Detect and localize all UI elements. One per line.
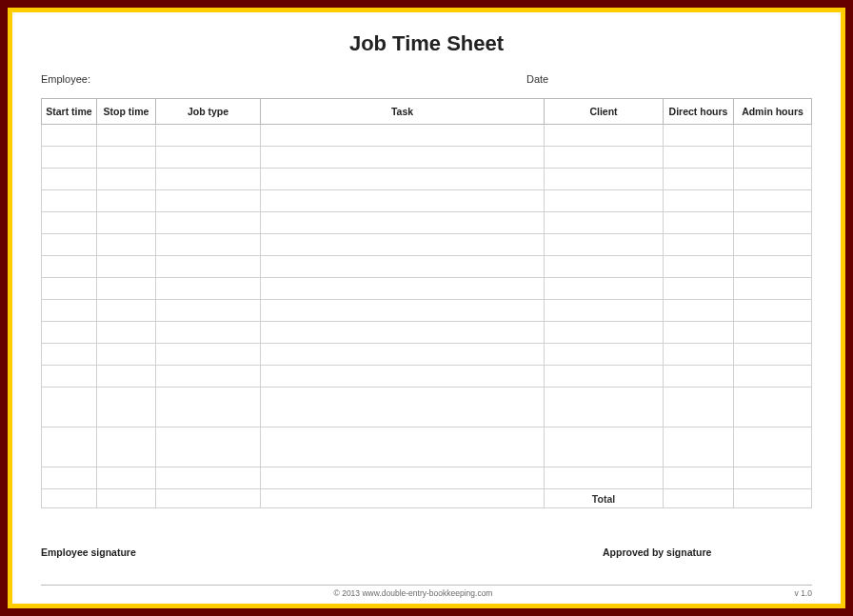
header-stop-time: Stop time: [97, 99, 156, 125]
timesheet-table: Start time Stop time Job type Task Clien…: [41, 98, 812, 508]
table-row: [42, 300, 812, 322]
table-row: [42, 147, 812, 169]
approved-signature-label: Approved by signature: [603, 546, 812, 558]
header-admin-hours: Admin hours: [734, 99, 812, 125]
header-direct-hours: Direct hours: [664, 99, 734, 125]
timesheet-page: Job Time Sheet Employee: Date Start time…: [12, 12, 841, 604]
total-admin-hours: [734, 489, 812, 508]
employee-label: Employee:: [41, 73, 526, 85]
table-row: [42, 278, 812, 300]
total-direct-hours: [664, 489, 734, 508]
header-start-time: Start time: [42, 99, 97, 125]
header-task: Task: [261, 99, 545, 125]
table-row: [42, 427, 812, 467]
table-row: [42, 467, 812, 489]
total-label: Total: [545, 489, 664, 508]
page-footer: © 2013 www.double-entry-bookkeeping.com …: [41, 585, 812, 598]
date-label: Date: [526, 73, 812, 85]
meta-row: Employee: Date: [41, 73, 812, 85]
footer-copyright: © 2013 www.double-entry-bookkeeping.com: [41, 588, 785, 598]
header-job-type: Job type: [156, 99, 261, 125]
table-row: [42, 322, 812, 344]
header-client: Client: [545, 99, 664, 125]
footer-version: v 1.0: [785, 588, 812, 598]
signature-row: Employee signature Approved by signature: [41, 546, 812, 558]
document-frame: Job Time Sheet Employee: Date Start time…: [8, 8, 845, 608]
table-row: [42, 344, 812, 366]
table-row: [42, 256, 812, 278]
table-row: [42, 387, 812, 427]
total-row: Total: [42, 489, 812, 508]
employee-signature-label: Employee signature: [41, 546, 603, 558]
page-title: Job Time Sheet: [41, 31, 812, 56]
table-row: [42, 169, 812, 190]
table-row: [42, 190, 812, 212]
table-row: [42, 366, 812, 387]
table-row: [42, 234, 812, 256]
table-row: [42, 125, 812, 147]
table-row: [42, 212, 812, 234]
table-header-row: Start time Stop time Job type Task Clien…: [42, 99, 812, 125]
